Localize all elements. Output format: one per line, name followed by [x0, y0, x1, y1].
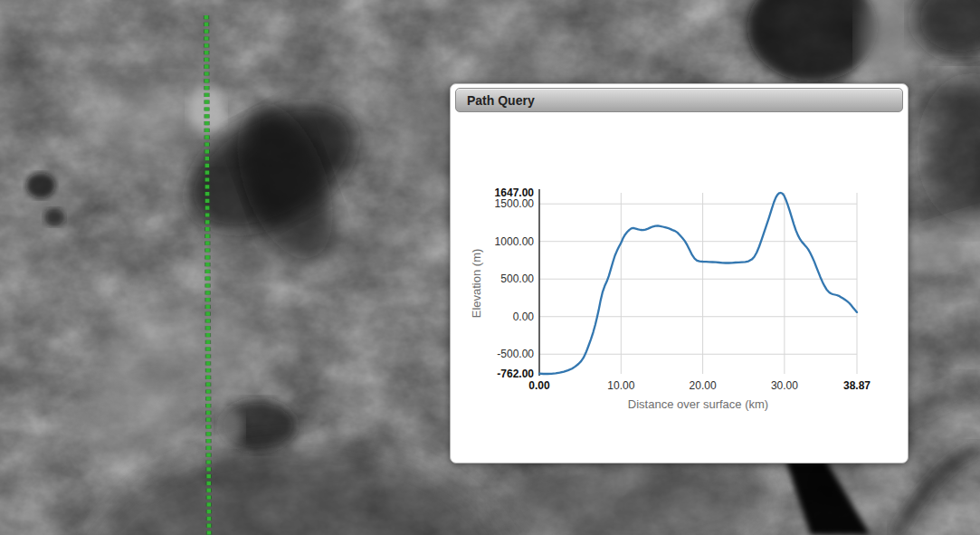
path-query-panel: Path Query 1647.001500.001000.00500.000.… — [450, 83, 909, 463]
elevation-profile-chart[interactable]: 1647.001500.001000.00500.000.00-500.00-7… — [453, 119, 906, 426]
x-tick-label: 30.00 — [771, 379, 798, 392]
chart-plot-area[interactable] — [539, 193, 857, 374]
y-tick-label: 0.00 — [513, 310, 535, 323]
app-screen: Path Query 1647.001500.001000.00500.000.… — [0, 0, 980, 535]
x-tick-label: 20.00 — [690, 379, 717, 392]
bright-crater-floor — [72, 376, 199, 475]
x-axis-title: Distance over surface (km) — [628, 397, 768, 411]
small-crater-rim — [218, 409, 243, 445]
y-axis-title: Elevation (m) — [470, 249, 483, 319]
y-tick-label: 500.00 — [500, 272, 534, 285]
x-tick-label: 10.00 — [607, 379, 634, 392]
y-tick-label: 1500.00 — [495, 197, 535, 210]
small-crater — [26, 173, 55, 198]
x-tick-label: 0.00 — [528, 379, 550, 392]
panel-titlebar[interactable]: Path Query — [455, 88, 903, 112]
small-crater — [44, 208, 64, 226]
x-tick-label: 38.87 — [843, 379, 871, 392]
y-tick-label: -762.00 — [497, 368, 534, 380]
panel-title: Path Query — [467, 93, 535, 108]
y-tick-label: -500.00 — [497, 348, 534, 360]
y-tick-label: 1000.00 — [495, 235, 535, 248]
